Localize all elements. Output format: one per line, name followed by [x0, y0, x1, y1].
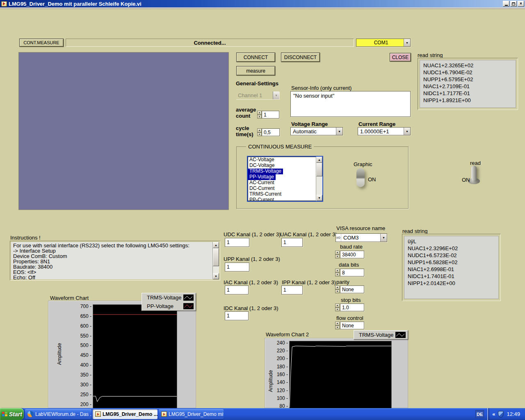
average-count-field[interactable]: 1: [262, 111, 279, 119]
idc-kanal-field[interactable]: 1: [225, 311, 249, 320]
scroll-down-icon[interactable]: ▼: [213, 273, 219, 279]
restore-button[interactable]: [510, 1, 517, 7]
read-on-label: ON: [462, 177, 470, 183]
increment-icon[interactable]: ▲: [257, 111, 262, 115]
listbox-scrollbar[interactable]: ▲ ▼: [316, 157, 322, 201]
average-count-spinner[interactable]: ▲▼: [257, 111, 262, 119]
chart1-legend[interactable]: TRMS-Voltage PP-Voltage: [142, 293, 196, 311]
baud-rate-field[interactable]: 38400: [340, 251, 364, 258]
list-item-pp-voltage[interactable]: PP-Voltage: [248, 174, 276, 180]
uac-kanal-field[interactable]: 1: [281, 238, 303, 247]
increment-icon[interactable]: ▲: [335, 269, 340, 273]
legend-item[interactable]: TRMS-Voltage: [354, 331, 408, 339]
minimize-button[interactable]: [503, 1, 509, 7]
y-axis-tick: 180: [277, 364, 288, 370]
legend-item[interactable]: PP-Voltage: [142, 302, 196, 310]
flow-control-spinner[interactable]: ▲▼: [335, 322, 340, 329]
decrement-icon[interactable]: ▼: [335, 273, 340, 277]
decrement-icon[interactable]: ▼: [335, 290, 340, 294]
taskbar-task-firefox[interactable]: LabVIEWforum.de - Das ...: [25, 409, 91, 419]
chart1-plot-area: [93, 305, 177, 409]
read-string-top-text: NUAC1+2.3265E+02 NUDC1+6.7904E-02 NUPP1+…: [420, 60, 516, 108]
y-axis-tick: 550: [80, 333, 91, 339]
cycle-time-spinner[interactable]: ▲▼: [257, 128, 262, 136]
chart2-legend[interactable]: TRMS-Voltage: [354, 330, 408, 340]
close-button[interactable]: CLOSE: [390, 53, 411, 62]
com-port-select[interactable]: COM1 ▼: [356, 39, 411, 47]
chart2-y-axis-label: Amplitude: [268, 370, 274, 392]
scroll-up-icon[interactable]: ▲: [316, 157, 322, 163]
data-bits-field[interactable]: 8: [340, 269, 364, 276]
scroll-up-icon[interactable]: ▲: [213, 242, 219, 248]
labview-vi-icon: [95, 411, 101, 417]
waveform-chart-2-title: Waveform Chart 2: [266, 331, 309, 338]
legend-item[interactable]: TRMS-Voltage: [142, 293, 196, 302]
udc-kanal-field[interactable]: 1: [225, 238, 249, 247]
increment-icon[interactable]: ▲: [335, 322, 340, 326]
list-item-trms-current[interactable]: TRMS-Current: [248, 192, 316, 197]
upp-kanal-field[interactable]: 1: [225, 262, 249, 272]
decrement-icon[interactable]: ▼: [335, 326, 340, 330]
flow-control-field[interactable]: None: [340, 322, 364, 329]
iac-kanal-field[interactable]: 1: [225, 285, 249, 294]
cycle-time-label: cycle time(s): [236, 125, 253, 137]
decrement-icon[interactable]: ▼: [257, 132, 262, 137]
list-item-pp-current[interactable]: PP-Current: [248, 197, 316, 202]
instructions-scrollbar[interactable]: ▲ ▼: [212, 242, 219, 279]
disconnect-button[interactable]: DISCONNECT: [281, 52, 320, 62]
voltage-range-value: Automatic: [291, 128, 336, 135]
current-range-select[interactable]: 1.00000E+1 ▼: [358, 127, 411, 135]
visa-resource-select[interactable]: I/O COM3 ▼: [336, 233, 387, 242]
list-item-dc-current[interactable]: DC-Current: [248, 186, 316, 192]
increment-icon[interactable]: ▲: [257, 128, 262, 132]
y-axis-tick: 140: [277, 379, 288, 385]
com-dropdown-icon[interactable]: ▼: [404, 39, 410, 46]
window-border: [0, 7, 525, 9]
tray-chevron-icon[interactable]: «: [492, 411, 495, 417]
increment-icon[interactable]: ▲: [335, 251, 340, 255]
read-string-bottom-text: üÿL NUAC1+2.3296E+02 NUDC1+6.5723E-02 NU…: [404, 236, 499, 299]
cont-measure-button[interactable]: CONT.MEASURE: [19, 39, 64, 47]
taskbar-task-lmg95-active[interactable]: LMG95_Driver_Demo ...: [93, 409, 158, 419]
channel-value: Channel 1: [236, 91, 273, 99]
ipp-kanal-field[interactable]: 1: [281, 285, 303, 294]
stop-bits-label: stop bits: [341, 297, 361, 303]
stop-bits-spinner[interactable]: ▲▼: [335, 304, 340, 311]
labview-vi-icon: [1, 1, 7, 7]
parity-field[interactable]: None: [340, 285, 364, 293]
list-item-trms-voltage[interactable]: TRMS-Voltage: [248, 169, 283, 174]
list-item-dc-voltage[interactable]: DC-Voltage: [248, 163, 316, 169]
labview-front-panel: LMG95_Driver_Demo mit paralleler Schleif…: [0, 0, 525, 420]
decrement-icon[interactable]: ▼: [335, 255, 340, 259]
security-shield-icon[interactable]: [498, 411, 504, 418]
stop-bits-field[interactable]: 1.0: [340, 304, 364, 311]
measurement-listbox[interactable]: AC-VoltageDC-VoltageTRMS-VoltagePP-Volta…: [247, 156, 323, 202]
scroll-down-icon[interactable]: ▼: [316, 195, 322, 201]
taskbar-task-lmg95-mit[interactable]: LMG95_Driver_Demo mit ...: [159, 409, 224, 419]
trms-voltage-swatch-icon: [395, 332, 406, 338]
scrollbar-thumb[interactable]: [213, 248, 219, 266]
increment-icon[interactable]: ▲: [335, 304, 340, 308]
connect-button[interactable]: CONNECT: [236, 52, 275, 62]
voltage-range-dropdown-icon[interactable]: ▼: [336, 128, 342, 135]
close-window-button[interactable]: ×: [518, 1, 524, 7]
start-button[interactable]: Start: [0, 408, 24, 420]
baud-rate-spinner[interactable]: ▲▼: [335, 251, 340, 258]
decrement-icon[interactable]: ▼: [335, 308, 340, 312]
visa-dropdown-icon[interactable]: ▼: [380, 234, 387, 242]
parity-spinner[interactable]: ▲▼: [335, 285, 340, 293]
language-indicator[interactable]: DE: [475, 410, 484, 418]
cycle-time-field[interactable]: 0,5: [262, 128, 280, 136]
voltage-range-select[interactable]: Automatic ▼: [290, 127, 343, 135]
current-range-dropdown-icon[interactable]: ▼: [404, 128, 410, 135]
system-tray: DE « 12:49: [475, 408, 525, 420]
graphic-toggle[interactable]: [356, 168, 365, 187]
decrement-icon[interactable]: ▼: [257, 115, 262, 119]
list-item-ac-current[interactable]: AC-Current: [248, 180, 316, 186]
increment-icon[interactable]: ▲: [335, 285, 340, 290]
scrollbar-thumb[interactable]: [316, 163, 322, 176]
data-bits-spinner[interactable]: ▲▼: [335, 269, 340, 276]
measure-button[interactable]: measure: [236, 66, 275, 75]
read-toggle-lever[interactable]: [471, 166, 477, 180]
list-item-ac-voltage[interactable]: AC-Voltage: [248, 157, 316, 163]
